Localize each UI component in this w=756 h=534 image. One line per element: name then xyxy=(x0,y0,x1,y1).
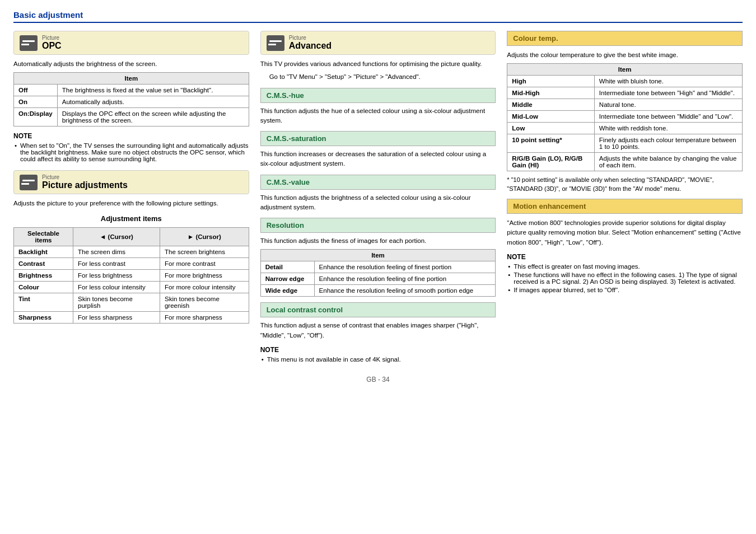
opc-row1-desc: The brightness is fixed at the value set… xyxy=(57,85,249,96)
opc-note-item-1: When set to "On", the TV senses the surr… xyxy=(13,142,249,162)
resolution-header: Resolution xyxy=(260,218,496,233)
adj-col-header-1: Selectable items xyxy=(14,227,73,246)
cms-saturation-desc: This function increases or decreases the… xyxy=(260,149,496,169)
adj-sharpness-item: Sharpness xyxy=(14,311,73,323)
res-narrow-desc: Enhance the resolution feeling of fine p… xyxy=(314,273,496,285)
motion-note-3: If images appear blurred, set to "Off". xyxy=(507,287,743,293)
adjustment-table: Selectable items ◄ (Cursor) ► (Cursor) B… xyxy=(13,227,249,324)
adj-brightness-left: For less brightness xyxy=(73,269,160,281)
adj-col-header-3: ► (Cursor) xyxy=(160,227,249,246)
advanced-label-large: Advanced xyxy=(289,41,332,51)
opc-header-text: Picture OPC xyxy=(42,35,62,51)
table-row: Off The brightness is fixed at the value… xyxy=(14,85,249,96)
ct-low-item: Low xyxy=(507,123,595,134)
adj-colour-item: Colour xyxy=(14,281,73,293)
opc-icon xyxy=(20,35,38,51)
opc-table: Item Off The brightness is fixed at the … xyxy=(13,72,249,127)
motion-note-title: NOTE xyxy=(507,253,743,261)
page-footer: GB - 34 xyxy=(13,376,743,383)
icon-line-1 xyxy=(22,180,35,181)
motion-note-2: These functions will have no effect in t… xyxy=(507,271,743,285)
resolution-table-header: Item xyxy=(260,250,496,261)
ct-rgb-desc: Adjusts the white balance by changing th… xyxy=(594,153,742,171)
res-detail-item: Detail xyxy=(260,261,314,273)
opc-row3-desc: Displays the OPC effect on the screen wh… xyxy=(57,108,249,127)
adj-col-header-2: ◄ (Cursor) xyxy=(73,227,160,246)
table-row: Wide edge Enhance the resolution feeling… xyxy=(260,285,496,297)
res-detail-desc: Enhance the resolution feeling of finest… xyxy=(314,261,496,273)
adj-tint-item: Tint xyxy=(14,293,73,311)
res-wide-item: Wide edge xyxy=(260,285,314,297)
ct-midhigh-item: Mid-High xyxy=(507,87,595,99)
adj-colour-left: For less colour intensity xyxy=(73,281,160,293)
ct-midlow-item: Mid-Low xyxy=(507,111,595,123)
adj-backlight-item: Backlight xyxy=(14,246,73,257)
col-mid: Picture Advanced This TV provides variou… xyxy=(260,31,496,364)
local-contrast-note-item: This menu is not available in case of 4K… xyxy=(260,356,496,363)
motion-note-1: This effect is greater on fast moving im… xyxy=(507,263,743,270)
picadj-icon xyxy=(20,175,38,190)
cms-value-header: C.M.S.-value xyxy=(260,175,496,190)
ct-middle-item: Middle xyxy=(507,99,595,111)
advanced-icon xyxy=(267,35,284,51)
res-narrow-item: Narrow edge xyxy=(260,273,314,285)
ct-low-desc: White with reddish tone. xyxy=(594,123,742,134)
colour-temp-asterisk: * "10 point setting" is available only w… xyxy=(507,176,743,193)
advanced-header-text: Picture Advanced xyxy=(289,35,332,51)
adj-contrast-item: Contrast xyxy=(14,257,73,269)
picadj-intro: Adjusts the picture to your preference w… xyxy=(13,199,249,208)
table-row: Tint Skin tones become purplish Skin ton… xyxy=(14,293,249,311)
table-row: Mid-Low Intermediate tone between "Middl… xyxy=(507,111,743,123)
ct-10pt-desc: Finely adjusts each colour temperature b… xyxy=(594,134,742,153)
local-contrast-header: Local contrast control xyxy=(260,302,496,317)
colour-temp-header: Colour temp. xyxy=(507,31,743,46)
advanced-intro: This TV provides various advanced functi… xyxy=(260,59,496,69)
table-row: On Automatically adjusts. xyxy=(14,96,249,108)
opc-row3-item: On:Display xyxy=(14,108,58,127)
opc-label-large: OPC xyxy=(42,41,62,51)
adj-items-title: Adjustment items xyxy=(13,214,249,223)
table-row: 10 point setting* Finely adjusts each co… xyxy=(507,134,743,153)
icon-line-1 xyxy=(269,40,282,42)
cms-hue-desc: This function adjusts the hue of a selec… xyxy=(260,106,496,126)
opc-table-header: Item xyxy=(14,73,249,85)
resolution-desc: This function adjusts the finess of imag… xyxy=(260,236,496,246)
advanced-label-small: Picture xyxy=(289,35,332,41)
adj-contrast-left: For less contrast xyxy=(73,257,160,269)
table-row: Sharpness For less sharpness For more sh… xyxy=(14,311,249,323)
adj-tint-left: Skin tones become purplish xyxy=(73,293,160,311)
table-row: Narrow edge Enhance the resolution feeli… xyxy=(260,273,496,285)
col-right: Colour temp. Adjusts the colour temperat… xyxy=(507,31,743,364)
picadj-label-small: Picture xyxy=(42,174,128,180)
opc-row2-item: On xyxy=(14,96,58,108)
local-contrast-desc: This function adjust a sense of contrast… xyxy=(260,321,496,340)
opc-row1-item: Off xyxy=(14,85,58,96)
local-contrast-note-title: NOTE xyxy=(260,346,496,354)
page-heading: Basic adjustment xyxy=(13,10,743,23)
table-row: High White with bluish tone. xyxy=(507,76,743,87)
icon-line-1 xyxy=(22,40,35,42)
picadj-label-large: Picture adjustments xyxy=(42,180,128,190)
table-row: Middle Natural tone. xyxy=(507,99,743,111)
ct-high-item: High xyxy=(507,76,595,87)
icon-line-2 xyxy=(268,44,276,45)
opc-section-header: Picture OPC xyxy=(13,31,249,55)
advanced-section-header: Picture Advanced xyxy=(260,31,496,55)
cms-hue-header: C.M.S.-hue xyxy=(260,88,496,103)
table-row: Mid-High Intermediate tone between "High… xyxy=(507,87,743,99)
cms-value-desc: This function adjusts the brightness of … xyxy=(260,193,496,213)
adj-backlight-right: The screen brightens xyxy=(160,246,249,257)
adj-backlight-left: The screen dims xyxy=(73,246,160,257)
opc-intro: Automatically adjusts the brightness of … xyxy=(13,59,249,69)
opc-row2-desc: Automatically adjusts. xyxy=(57,96,249,108)
adj-brightness-right: For more brightness xyxy=(160,269,249,281)
motion-desc: "Active motion 800" technologies provide… xyxy=(507,218,743,247)
ct-rgb-item: R/G/B Gain (LO), R/G/B Gain (HI) xyxy=(507,153,595,171)
table-row: Low White with reddish tone. xyxy=(507,123,743,134)
table-row: Contrast For less contrast For more cont… xyxy=(14,257,249,269)
col-left: Picture OPC Automatically adjusts the br… xyxy=(13,31,249,364)
resolution-table: Item Detail Enhance the resolution feeli… xyxy=(260,249,496,297)
table-row: Detail Enhance the resolution feeling of… xyxy=(260,261,496,273)
icon-line-2 xyxy=(21,183,29,185)
table-row: R/G/B Gain (LO), R/G/B Gain (HI) Adjusts… xyxy=(507,153,743,171)
